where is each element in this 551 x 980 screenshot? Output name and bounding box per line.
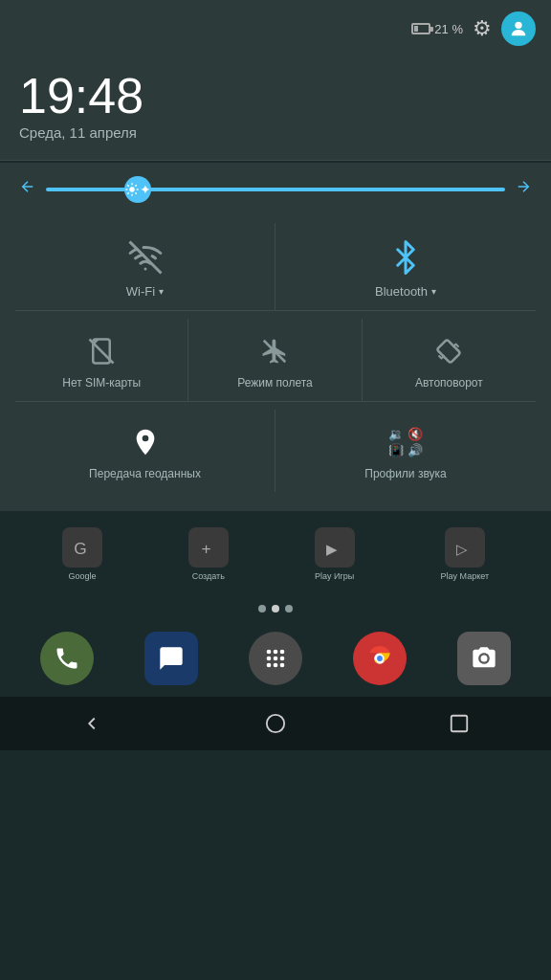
svg-point-27 — [280, 657, 285, 661]
sound-label: Профили звука — [364, 467, 446, 480]
bluetooth-icon — [388, 238, 423, 277]
sound-icon: 🔉 🔇 📳 🔊 — [388, 425, 423, 459]
svg-point-17 — [142, 435, 148, 442]
bluetooth-label: Bluetooth ▾ — [375, 284, 436, 299]
wifi-toggle[interactable]: Wi-Fi ▾ — [15, 223, 276, 311]
dock-chrome[interactable] — [353, 632, 407, 685]
svg-point-28 — [267, 663, 272, 668]
svg-point-34 — [480, 656, 487, 662]
page-dot-1 — [258, 605, 266, 612]
airplane-toggle[interactable]: Режим полета — [188, 319, 362, 401]
desktop-icon-play-market[interactable]: ▷ Play Маркет — [441, 527, 489, 581]
dock-camera[interactable] — [457, 632, 511, 685]
brightness-max-icon — [515, 178, 532, 200]
brightness-slider-row[interactable] — [15, 178, 536, 200]
wifi-icon — [128, 238, 163, 277]
back-button[interactable] — [63, 704, 121, 743]
svg-rect-36 — [452, 716, 468, 732]
airplane-icon — [260, 334, 289, 368]
svg-point-23 — [274, 650, 278, 655]
brightness-track[interactable] — [46, 188, 505, 191]
dock-phone[interactable] — [40, 632, 94, 685]
home-button[interactable] — [247, 704, 304, 743]
settings-icon[interactable]: ⚙ — [473, 16, 492, 41]
sim-icon — [87, 334, 116, 368]
desktop-icon-play-games[interactable]: ▶ Play Игры — [315, 527, 355, 581]
wifi-dropdown-arrow[interactable]: ▾ — [159, 286, 164, 297]
sim-toggle[interactable]: Нет SIM-карты — [15, 319, 188, 401]
desktop-icon-create[interactable]: + Создать — [188, 527, 229, 581]
svg-point-30 — [280, 663, 285, 668]
top-toggle-grid: Wi-Fi ▾ Bluetooth ▾ — [15, 223, 536, 311]
bluetooth-toggle[interactable]: Bluetooth ▾ — [276, 223, 536, 311]
svg-point-26 — [274, 657, 278, 661]
autorotate-label: Автоповорот — [415, 376, 483, 390]
battery-indicator: 21 % — [411, 22, 463, 36]
bottom-toggle-grid: Передача геоданных 🔉 🔇 📳 🔊 Профили звука — [15, 410, 536, 492]
dock-apps[interactable] — [249, 632, 302, 685]
svg-rect-16 — [437, 340, 461, 364]
wifi-label: Wi-Fi ▾ — [126, 284, 164, 299]
svg-text:▷: ▷ — [456, 541, 468, 557]
avatar[interactable] — [501, 11, 536, 46]
svg-line-10 — [135, 185, 136, 186]
navigation-bar — [0, 697, 551, 750]
svg-point-25 — [267, 657, 272, 661]
autorotate-toggle[interactable]: Автоповорот — [363, 319, 536, 401]
date-display: Среда, 11 апреля — [19, 124, 532, 141]
page-indicator — [0, 597, 551, 620]
svg-point-33 — [377, 656, 383, 661]
airplane-label: Режим полета — [237, 376, 313, 390]
svg-point-24 — [280, 650, 285, 655]
svg-text:+: + — [201, 539, 210, 558]
sound-toggle[interactable]: 🔉 🔇 📳 🔊 Профили звука — [276, 410, 536, 492]
location-toggle[interactable]: Передача геоданных — [15, 410, 276, 492]
sim-label: Нет SIM-карты — [62, 376, 141, 390]
quick-settings-panel: Wi-Fi ▾ Bluetooth ▾ — [0, 163, 551, 511]
svg-point-22 — [267, 650, 272, 655]
svg-line-8 — [135, 192, 136, 193]
brightness-min-icon — [19, 178, 36, 200]
page-dot-3 — [285, 605, 293, 612]
autorotate-icon — [434, 334, 463, 368]
svg-point-12 — [143, 268, 146, 271]
svg-point-0 — [515, 22, 521, 29]
svg-point-35 — [267, 715, 284, 732]
status-bar: 21 % ⚙ — [0, 0, 551, 57]
desktop-apps-row: G Google + Создать ▶ Play Игры ▷ Play Ма… — [0, 511, 551, 597]
dock — [0, 620, 551, 697]
desktop-icon-google[interactable]: G Google — [62, 527, 102, 581]
mid-toggle-grid: Нет SIM-карты Режим полета Автоповорот — [15, 319, 536, 402]
clock-time: 19:48 — [19, 71, 532, 121]
svg-point-2 — [129, 187, 134, 191]
location-icon — [130, 425, 161, 459]
svg-line-7 — [127, 185, 128, 186]
time-section: 19:48 Среда, 11 апреля — [0, 57, 551, 161]
svg-text:G: G — [74, 539, 86, 558]
recents-button[interactable] — [430, 704, 488, 743]
page-dot-2 — [272, 605, 279, 612]
location-label: Передача геоданных — [89, 467, 201, 480]
bluetooth-dropdown-arrow[interactable]: ▾ — [431, 286, 436, 297]
brightness-thumb[interactable] — [124, 176, 151, 203]
battery-icon — [411, 23, 430, 34]
battery-percent: 21 % — [434, 22, 463, 36]
svg-text:▶: ▶ — [326, 541, 338, 557]
svg-line-9 — [127, 192, 128, 193]
dock-messages[interactable] — [144, 632, 198, 685]
svg-point-29 — [274, 663, 278, 668]
